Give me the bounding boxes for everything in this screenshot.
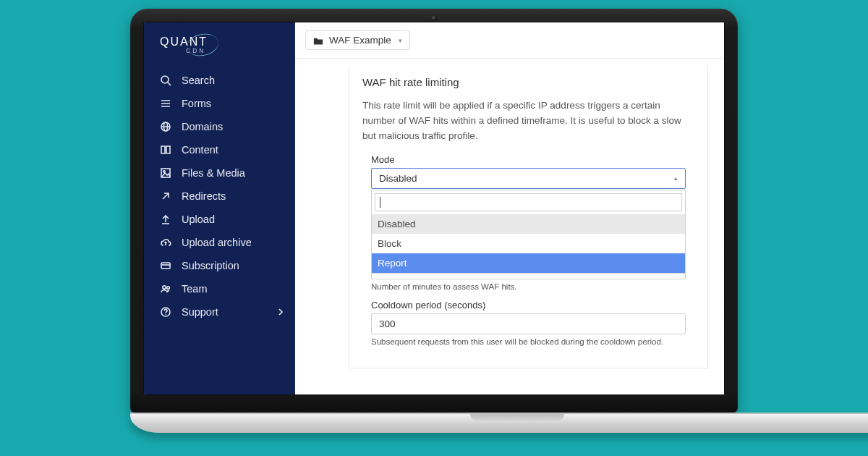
main-panel: WAF Example ▾ WAF hit rate limiting This…	[295, 22, 724, 394]
search-icon	[160, 75, 171, 86]
cooldown-value: 300	[379, 318, 396, 329]
sidebar-item-team[interactable]: Team	[144, 277, 295, 300]
waf-rate-limit-panel: WAF hit rate limiting This rate limit wi…	[349, 66, 708, 368]
mode-dropdown-panel: DisabledBlockReport	[371, 190, 686, 274]
laptop-camera	[431, 15, 437, 21]
mode-selected-value: Disabled	[379, 173, 417, 184]
sidebar-item-label: Forms	[182, 98, 211, 109]
folder-icon	[313, 36, 323, 45]
chevron-right-icon	[278, 306, 284, 318]
sidebar-item-redirects[interactable]: Redirects	[144, 185, 295, 208]
menu-icon	[160, 98, 171, 109]
cooldown-help: Subsequent requests from this user will …	[371, 337, 686, 346]
sidebar-item-label: Upload	[182, 214, 215, 225]
svg-point-17	[167, 287, 170, 290]
sidebar-item-forms[interactable]: Forms	[144, 92, 295, 115]
project-name: WAF Example	[329, 35, 391, 46]
sidebar-item-label: Redirects	[182, 190, 226, 202]
project-selector[interactable]: WAF Example ▾	[305, 30, 410, 50]
cooldown-input[interactable]: 300	[371, 313, 686, 334]
mode-option-report[interactable]: Report	[372, 253, 685, 273]
help-icon	[160, 306, 171, 318]
screen: QUANT CDN SearchFormsDomainsContentFiles…	[143, 22, 725, 395]
svg-point-0	[161, 76, 169, 83]
sidebar-item-label: Team	[182, 283, 207, 295]
mode-select[interactable]: Disabled ▴	[371, 168, 686, 189]
globe-icon	[160, 121, 171, 132]
caret-up-icon: ▴	[674, 174, 678, 182]
topbar: WAF Example ▾	[295, 22, 724, 59]
sidebar-item-label: Support	[182, 306, 218, 318]
sidebar-item-content[interactable]: Content	[144, 138, 295, 161]
panel-title: WAF hit rate limiting	[362, 76, 694, 88]
book-icon	[160, 144, 171, 156]
svg-point-19	[165, 314, 166, 315]
minutes-help: Number of minutes to assess WAF hits.	[371, 282, 686, 291]
upload-icon	[160, 214, 171, 225]
mode-dropdown-search[interactable]	[375, 193, 682, 211]
sidebar-item-search[interactable]: Search	[144, 69, 295, 92]
card-icon	[160, 260, 171, 271]
sidebar-item-domains[interactable]: Domains	[144, 115, 295, 138]
sidebar-item-upload-archive[interactable]: Upload archive	[144, 231, 295, 254]
cooldown-label: Cooldown period (seconds)	[371, 300, 694, 311]
sidebar-item-support[interactable]: Support	[144, 300, 295, 324]
sidebar-item-label: Content	[182, 144, 218, 156]
mode-option-block[interactable]: Block	[372, 234, 685, 253]
sidebar-item-files-media[interactable]: Files & Media	[144, 161, 295, 185]
svg-rect-14	[161, 263, 170, 269]
cloud-up-icon	[160, 237, 171, 248]
sidebar-item-label: Files & Media	[182, 167, 245, 179]
sidebar: QUANT CDN SearchFormsDomainsContentFiles…	[144, 22, 295, 394]
image-icon	[160, 167, 171, 179]
arrow-up-right-icon	[160, 190, 171, 202]
svg-line-10	[163, 193, 169, 199]
svg-point-16	[163, 286, 166, 289]
panel-description: This rate limit will be applied if a spe…	[362, 98, 694, 144]
sidebar-item-label: Upload archive	[182, 237, 252, 248]
mode-option-disabled[interactable]: Disabled	[372, 214, 685, 234]
sidebar-item-upload[interactable]: Upload	[144, 208, 295, 231]
sidebar-item-label: Search	[182, 75, 215, 86]
laptop-base	[130, 413, 868, 433]
logo: QUANT CDN	[144, 30, 295, 66]
sidebar-item-label: Domains	[182, 121, 223, 132]
mode-label: Mode	[371, 154, 694, 165]
users-icon	[160, 283, 171, 295]
sidebar-item-label: Subscription	[182, 260, 239, 271]
sidebar-item-subscription[interactable]: Subscription	[144, 254, 295, 277]
laptop-notch	[470, 414, 564, 421]
svg-line-1	[168, 83, 171, 85]
caret-down-icon: ▾	[399, 37, 402, 44]
